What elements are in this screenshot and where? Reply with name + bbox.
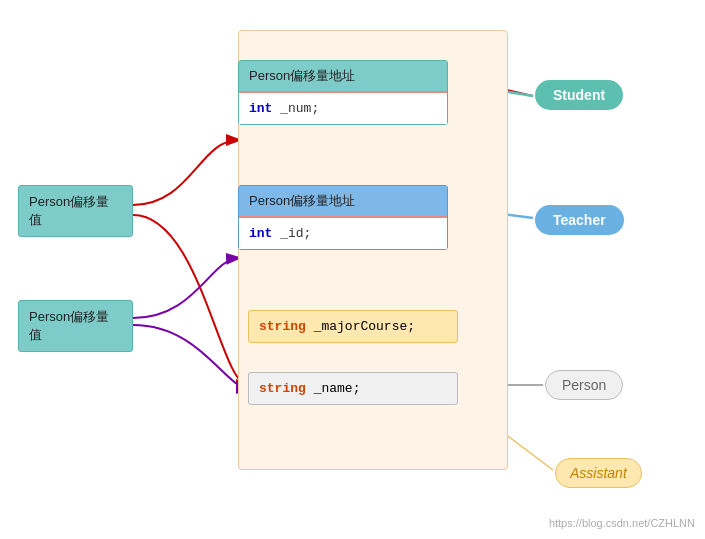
teacher-label: Teacher <box>535 205 624 235</box>
student-label: Student <box>535 80 623 110</box>
person-label: Person <box>545 370 623 400</box>
int-keyword-student: int <box>249 101 272 116</box>
student-addr-label: Person偏移量地址 <box>239 61 447 92</box>
name-box: string _name; <box>248 372 458 405</box>
student-code-line: int _num; <box>239 92 447 124</box>
offset-value-box-1: Person偏移量值 <box>18 185 133 237</box>
string-keyword-name: string <box>259 381 306 396</box>
student-addr-box: Person偏移量地址 int _num; <box>238 60 448 125</box>
watermark: https://blog.csdn.net/CZHLNN <box>549 517 695 529</box>
offset-value-box-2: Person偏移量值 <box>18 300 133 352</box>
teacher-addr-box: Person偏移量地址 int _id; <box>238 185 448 250</box>
string-keyword-major: string <box>259 319 306 334</box>
teacher-code-line: int _id; <box>239 217 447 249</box>
teacher-addr-label: Person偏移量地址 <box>239 186 447 217</box>
int-keyword-teacher: int <box>249 226 272 241</box>
name-var-name: _name; <box>314 381 361 396</box>
major-course-box: string _majorCourse; <box>248 310 458 343</box>
major-var-name: _majorCourse; <box>314 319 415 334</box>
assistant-label: Assistant <box>555 458 642 488</box>
student-var-name: _num; <box>280 101 319 116</box>
teacher-var-name: _id; <box>280 226 311 241</box>
